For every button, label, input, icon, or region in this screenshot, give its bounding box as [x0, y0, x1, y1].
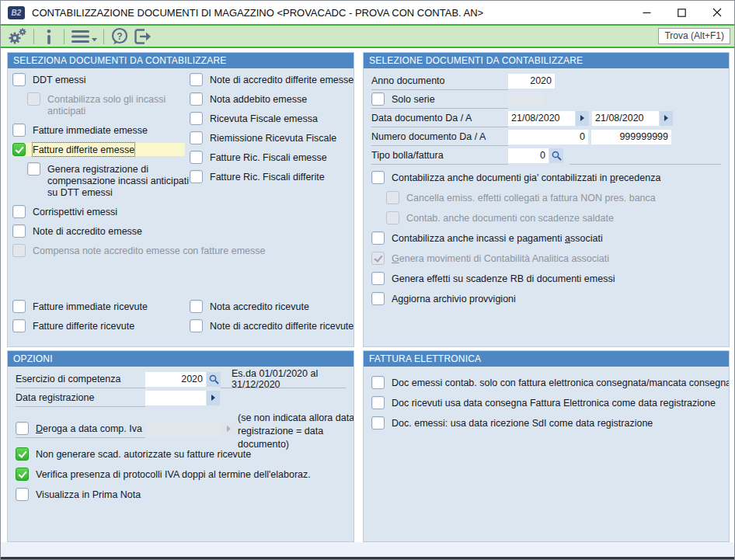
search-lookup-button[interactable]: [549, 148, 563, 163]
checkbox-label[interactable]: Corrispettivi emessi: [33, 205, 117, 218]
anno-documento-input[interactable]: [508, 74, 555, 89]
checkbox-label[interactable]: DDT emessi: [33, 73, 86, 86]
checkbox-label[interactable]: Nota addebito emesse: [210, 92, 307, 106]
checkbox[interactable]: [371, 396, 385, 409]
checkbox-label[interactable]: Ricevuta Fiscale emessa: [210, 112, 318, 125]
checkbox[interactable]: [27, 162, 40, 176]
checkbox-label[interactable]: Visualizza in Prima Nota: [36, 488, 141, 501]
checkbox[interactable]: [12, 143, 26, 156]
checkbox-label[interactable]: Note di accredito emesse: [33, 224, 142, 238]
checkbox[interactable]: [190, 92, 203, 106]
checkbox[interactable]: [12, 205, 26, 218]
field-row-deroga-iva: Deroga a data comp. Iva: [16, 419, 354, 438]
checkbox-label[interactable]: Doc ricevuti usa data consegna Fattura E…: [392, 396, 716, 409]
checkbox[interactable]: [16, 468, 29, 481]
checkbox[interactable]: [12, 123, 26, 137]
menu-icon: [71, 29, 97, 44]
checkbox[interactable]: [16, 488, 29, 501]
checkbox[interactable]: [190, 300, 203, 313]
numero-documento-a-input[interactable]: [591, 130, 671, 144]
checkbox[interactable]: [190, 73, 203, 86]
checkbox-label[interactable]: Contabilizza anche incassi e pagamenti a…: [392, 231, 603, 245]
checkbox[interactable]: [12, 319, 26, 332]
checkbox-row: Corrispettivi emessi: [12, 205, 190, 218]
checkbox-row: Doc emessi contab. solo con fattura elet…: [371, 376, 721, 389]
checkbox-label[interactable]: Doc emessi contab. solo con fattura elet…: [392, 376, 730, 389]
settings-button[interactable]: [5, 26, 30, 47]
date-picker-arrow-icon-disabled: [222, 422, 235, 437]
checkbox-label[interactable]: Fatture immediate ricevute: [33, 300, 148, 313]
find-shortcut-button[interactable]: Trova (Alt+F1): [658, 28, 730, 44]
checkbox-label[interactable]: Genera effetti su scadenze RB di documen…: [392, 272, 615, 285]
checkbox-row: Cancella emiss. effetti collegati a fatt…: [386, 191, 721, 204]
panel-header: FATTURA ELETTRONICA: [364, 351, 729, 367]
checkbox-label[interactable]: Fatture Ric. Fiscali emesse: [210, 151, 327, 164]
checkbox[interactable]: [190, 131, 203, 144]
checkbox[interactable]: [16, 422, 29, 435]
checkbox-label[interactable]: Solo serie: [392, 94, 435, 105]
date-picker-arrow-icon[interactable]: [660, 111, 673, 126]
checkbox-label[interactable]: Contabilizza anche documenti gia' contab…: [392, 171, 660, 184]
numero-documento-da-input[interactable]: [508, 130, 588, 144]
checkbox[interactable]: [12, 224, 26, 238]
checkbox-label[interactable]: Verifica presenza di protocolli IVA dopp…: [36, 468, 311, 481]
checkbox[interactable]: [190, 170, 203, 183]
checkbox[interactable]: [371, 92, 385, 106]
checkbox[interactable]: [371, 272, 385, 285]
window-controls: [629, 1, 734, 24]
checkbox-label[interactable]: Aggiorna archivio provvigioni: [392, 292, 516, 305]
checkbox[interactable]: [190, 319, 203, 332]
checkbox-label[interactable]: Fatture immediate emesse: [33, 123, 148, 137]
field-row-solo-serie: Solo serie: [371, 90, 721, 109]
checkbox-label[interactable]: Nota accredito ricevute: [210, 300, 309, 313]
checkbox-label[interactable]: Note di accredito differite ricevute: [210, 319, 354, 332]
checkbox-row: Note di accredito emesse: [12, 224, 190, 238]
checkbox-label[interactable]: Fatture differite ricevute: [33, 319, 134, 332]
checkbox-label[interactable]: Genera registrazione di compensazione in…: [47, 162, 190, 199]
minimize-button[interactable]: [629, 1, 664, 24]
exit-button[interactable]: [131, 26, 155, 47]
info-button[interactable]: [38, 26, 60, 47]
checkbox-row: Compensa note accredito emesse con fattu…: [12, 244, 190, 257]
logo-text: B2: [12, 9, 22, 17]
tipo-bolla-input[interactable]: [508, 148, 549, 163]
settings-gears-icon: [7, 27, 27, 46]
checkbox-label[interactable]: Doc. emessi: usa data ricezione SdI come…: [392, 416, 653, 430]
checkbox[interactable]: [16, 447, 29, 461]
menu-button[interactable]: [68, 26, 99, 47]
checkbox-label[interactable]: Riemissione Ricevuta Fiscale: [210, 131, 336, 144]
panel-header: SELEZIONA DOCUMENTI DA CONTABILIZZARE: [8, 53, 354, 68]
checkbox[interactable]: [371, 231, 385, 245]
window-title: CONTABILIZZAZIONE DOCUMENTI DI MAGAZZINO…: [32, 7, 483, 19]
esercizio-input[interactable]: [145, 372, 206, 387]
checkbox-label[interactable]: Non generare scad. autorizzate su fattur…: [36, 447, 251, 461]
help-button[interactable]: ?: [108, 26, 131, 47]
checkbox-label[interactable]: Fatture Ric. Fiscali differite: [210, 170, 325, 183]
field-rows: Anno documento Solo serie Data documento…: [364, 68, 729, 165]
app-logo-icon: B2: [8, 6, 25, 19]
date-picker-arrow-icon[interactable]: [576, 111, 589, 126]
close-button[interactable]: [699, 1, 734, 24]
field-label: Esercizio di competenza: [16, 370, 145, 388]
checkbox[interactable]: [190, 151, 203, 164]
search-lookup-button[interactable]: [207, 372, 221, 387]
checkbox-label[interactable]: Deroga a data comp. Iva: [36, 423, 142, 434]
checkbox[interactable]: [371, 416, 385, 430]
checkbox[interactable]: [190, 112, 203, 125]
workspace: SELEZIONA DOCUMENTI DA CONTABILIZZARE DD…: [1, 51, 734, 559]
data-documento-a-input[interactable]: [592, 111, 659, 126]
checkbox[interactable]: [12, 300, 26, 313]
checkbox[interactable]: [12, 73, 26, 86]
checkbox-row: Fatture immediate ricevute: [12, 300, 190, 313]
maximize-button[interactable]: [664, 1, 699, 24]
data-documento-da-input[interactable]: [508, 111, 575, 126]
data-registrazione-input[interactable]: [145, 391, 206, 405]
checkbox[interactable]: [371, 292, 385, 305]
checkbox-label[interactable]: Note di accredito differite emesse: [210, 73, 354, 86]
bottom-strip: [1, 542, 734, 558]
checkbox[interactable]: [371, 376, 385, 389]
checkbox[interactable]: [371, 171, 385, 184]
checkbox-label[interactable]: Fatture differite emesse: [33, 143, 134, 156]
date-picker-arrow-icon[interactable]: [207, 391, 220, 405]
field-row-anno: Anno documento: [371, 71, 721, 90]
